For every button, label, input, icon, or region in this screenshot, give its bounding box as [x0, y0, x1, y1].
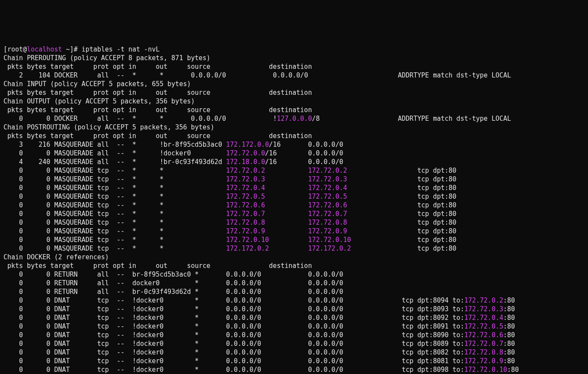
pad: [265, 167, 308, 174]
row-left: 0 0 DNAT tcp -- !docker0 *: [3, 305, 226, 313]
dst-ip: 172.172.0.2: [308, 245, 351, 252]
prompt-tail: ~]#: [62, 45, 81, 53]
dst: 0.0.0.0/0: [308, 314, 343, 322]
src-ip: 172.72.0.0: [226, 149, 265, 157]
row-left: 2 104 DOCKER all -- * *: [3, 71, 191, 79]
table-row: 0 0 DNAT tcp -- !docker0 * 0.0.0.0/0 0.0…: [3, 339, 585, 348]
row-left: 0 0 MASQUERADE tcp -- * *: [3, 219, 226, 226]
pad: [347, 167, 418, 174]
pad: [261, 271, 308, 278]
src: 0.0.0.0/0: [226, 366, 261, 374]
dst-ip: 172.72.0.3: [308, 175, 347, 183]
row-left: 0 0 MASQUERADE tcp -- * *: [3, 236, 226, 244]
row-left: 0 0 RETURN all -- br-8f95cd5b3ac0 *: [3, 271, 226, 278]
src: 0.0.0.0/0: [226, 348, 261, 356]
extra: tcp dpt:80: [417, 184, 456, 192]
pad: [347, 219, 418, 226]
chain-header: Chain OUTPUT (policy ACCEPT 5 packets, 3…: [3, 97, 585, 106]
dst: 0.0.0.0/0: [308, 305, 343, 313]
table-row: 0 0 MASQUERADE tcp -- * * 172.72.0.2 172…: [3, 166, 585, 175]
table-row: 0 0 MASQUERADE tcp -- * * 172.72.0.4 172…: [3, 184, 585, 192]
pad: [265, 219, 308, 226]
pad: [347, 175, 418, 183]
src: 0.0.0.0/0: [226, 314, 261, 322]
chain-header: Chain INPUT (policy ACCEPT 5 packets, 65…: [3, 80, 585, 88]
dst: 0.0.0.0/0: [308, 357, 343, 365]
extra-post: :80: [503, 340, 515, 348]
pad: [320, 115, 398, 123]
dst: 0.0.0.0/0: [308, 271, 343, 278]
extra-pre: tcp dpt:8081 to:: [402, 357, 464, 365]
pad: [226, 71, 273, 79]
table-row: 0 0 DNAT tcp -- !docker0 * 0.0.0.0/0 0.0…: [3, 365, 585, 374]
pad: [269, 236, 308, 244]
chain-header: Chain POSTROUTING (policy ACCEPT 5 packe…: [3, 123, 585, 132]
row-left: 0 0 MASQUERADE tcp -- * *: [3, 201, 226, 209]
extra: tcp dpt:80: [417, 236, 456, 244]
extra: tcp dpt:80: [417, 227, 456, 235]
extra-pre: tcp dpt:8089 to:: [402, 340, 464, 348]
columns-header: pkts bytes target prot opt in out source…: [3, 132, 585, 140]
src: 0.0.0.0/0: [226, 357, 261, 365]
src: 0.0.0.0/0: [226, 297, 261, 304]
row-left: 0 0 MASQUERADE tcp -- * *: [3, 184, 226, 192]
extra-ip: 172.72.0.7: [464, 340, 503, 348]
columns: pkts bytes target prot opt in out source…: [3, 63, 312, 71]
extra-post: :80: [503, 357, 515, 365]
src-ip: 172.72.0.3: [226, 175, 265, 183]
dst: 0.0.0.0/0: [308, 288, 343, 296]
dst: 0.0.0.0/0: [308, 149, 343, 157]
src: 0.0.0.0/0: [226, 331, 261, 339]
src-ip: 172.72.0.4: [226, 184, 265, 192]
src-ip: 172.72.0.7: [226, 210, 265, 218]
row-left: 0 0 DNAT tcp -- !docker0 *: [3, 331, 226, 339]
pad: [226, 115, 273, 123]
table-row: 0 0 RETURN all -- docker0 * 0.0.0.0/0 0.…: [3, 279, 585, 287]
pad: [347, 184, 418, 192]
pad: [347, 227, 418, 235]
dst-ip: 172.72.0.2: [308, 167, 347, 174]
extra: tcp dpt:80: [417, 219, 456, 226]
pad: [265, 175, 308, 183]
terminal[interactable]: [root@localhost ~]# iptables -t nat -nvL…: [0, 43, 588, 374]
row-left: 0 0 DOCKER all -- * *: [3, 115, 191, 123]
extra: tcp dpt:80: [417, 201, 456, 209]
row-left: 0 0 MASQUERADE all -- * !docker0: [3, 149, 226, 157]
row-left: 0 0 MASQUERADE tcp -- * *: [3, 245, 226, 252]
src-ip: 172.72.0.2: [226, 167, 265, 174]
extra-post: :80: [503, 314, 515, 322]
table-row: 0 0 MASQUERADE tcp -- * * 172.172.0.2 17…: [3, 244, 585, 253]
pad: [351, 236, 418, 244]
row-left: 0 0 DNAT tcp -- !docker0 *: [3, 340, 226, 348]
columns-header: pkts bytes target prot opt in out source…: [3, 62, 585, 71]
src-ip: 172.72.0.6: [226, 201, 265, 209]
src: 0.0.0.0/0: [226, 305, 261, 313]
table-row: 4 240 MASQUERADE all -- * !br-0c93f493d6…: [3, 158, 585, 166]
src: 0.0.0.0/0: [191, 115, 226, 123]
table-row: 0 0 MASQUERADE tcp -- * * 172.72.0.3 172…: [3, 175, 585, 184]
row-left: 0 0 MASQUERADE tcp -- * *: [3, 193, 226, 200]
extra-pre: tcp dpt:8092 to:: [402, 314, 464, 322]
chain-header: Chain DOCKER (2 references): [3, 253, 585, 261]
dst-ip: 127.0.0.0: [277, 115, 312, 123]
extra: tcp dpt:80: [417, 193, 456, 200]
extra-pre: tcp dpt:8098 to:: [402, 366, 464, 374]
dst: 0.0.0.0/0: [308, 340, 343, 348]
dst: 0.0.0.0/0: [308, 158, 343, 166]
src-ip: 172.72.0.9: [226, 227, 265, 235]
table-row: 0 0 MASQUERADE tcp -- * * 172.72.0.5 172…: [3, 192, 585, 201]
bracket: [: [3, 45, 7, 53]
host: localhost: [27, 45, 62, 53]
dst: 0.0.0.0/0: [308, 331, 343, 339]
table-row: 0 0 MASQUERADE tcp -- * * 172.72.0.10 17…: [3, 235, 585, 244]
extra: tcp dpt:80: [417, 245, 456, 252]
src-ip: 172.172.0.0: [226, 141, 269, 148]
row-left: 0 0 MASQUERADE tcp -- * *: [3, 167, 226, 174]
extra: tcp dpt:80: [417, 175, 456, 183]
dst: 0.0.0.0/0: [308, 348, 343, 356]
columns-header: pkts bytes target prot opt in out source…: [3, 88, 585, 97]
dst-pre: !: [273, 115, 277, 123]
extra-pre: tcp dpt:8091 to:: [402, 322, 464, 330]
dst-ip: 172.72.0.4: [308, 184, 347, 192]
extra-ip: 172.72.0.5: [464, 322, 503, 330]
